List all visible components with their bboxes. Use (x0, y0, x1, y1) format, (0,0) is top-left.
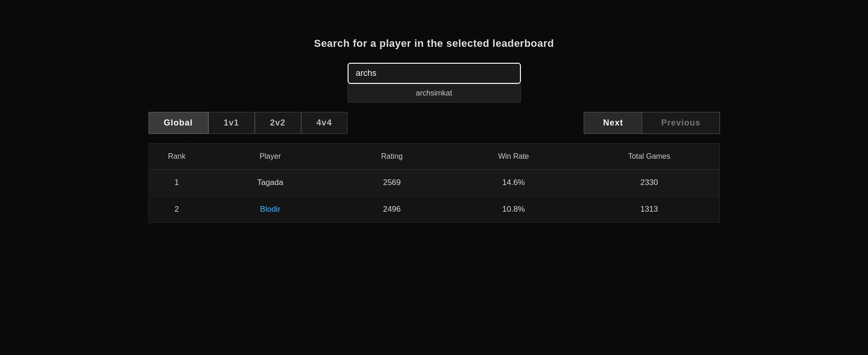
autocomplete-dropdown: archsimkat (348, 84, 521, 103)
tab-4v4[interactable]: 4v4 (301, 112, 348, 134)
cell-rank: 1 (148, 170, 205, 196)
search-input[interactable] (348, 63, 521, 84)
leaderboard-body: 1Tagada256914.6%23302Blodir249610.8%1313 (148, 170, 720, 223)
autocomplete-item[interactable]: archsimkat (348, 84, 520, 102)
cell-player[interactable]: Blodir (205, 196, 336, 223)
previous-button[interactable]: Previous (642, 112, 719, 133)
tab-group: Global 1v1 2v2 4v4 (148, 112, 348, 134)
leaderboard-table: Rank Player Rating Win Rate Total Games … (148, 143, 720, 223)
tab-2v2[interactable]: 2v2 (255, 112, 301, 134)
search-title: Search for a player in the selected lead… (314, 37, 554, 50)
next-button[interactable]: Next (584, 112, 642, 133)
col-header-player: Player (205, 144, 336, 170)
main-content: Search for a player in the selected lead… (0, 0, 868, 223)
tab-1v1[interactable]: 1v1 (208, 112, 255, 134)
cell-rank: 2 (148, 196, 205, 223)
cell-totalgames: 2330 (579, 170, 720, 196)
cell-totalgames: 1313 (579, 196, 720, 223)
cell-rating: 2496 (336, 196, 448, 223)
tab-global[interactable]: Global (148, 112, 208, 134)
table-header-row: Rank Player Rating Win Rate Total Games (148, 144, 720, 170)
search-container: archsimkat (348, 63, 521, 84)
controls-row: Global 1v1 2v2 4v4 Next Previous (148, 112, 720, 134)
cell-rating: 2569 (336, 170, 448, 196)
col-header-rating: Rating (336, 144, 448, 170)
col-header-winrate: Win Rate (448, 144, 579, 170)
nav-group: Next Previous (584, 112, 720, 134)
col-header-totalgames: Total Games (579, 144, 720, 170)
table-row: 1Tagada256914.6%2330 (148, 170, 720, 196)
cell-winrate: 10.8% (448, 196, 579, 223)
cell-player: Tagada (205, 170, 336, 196)
cell-winrate: 14.6% (448, 170, 579, 196)
col-header-rank: Rank (148, 144, 205, 170)
table-row: 2Blodir249610.8%1313 (148, 196, 720, 223)
